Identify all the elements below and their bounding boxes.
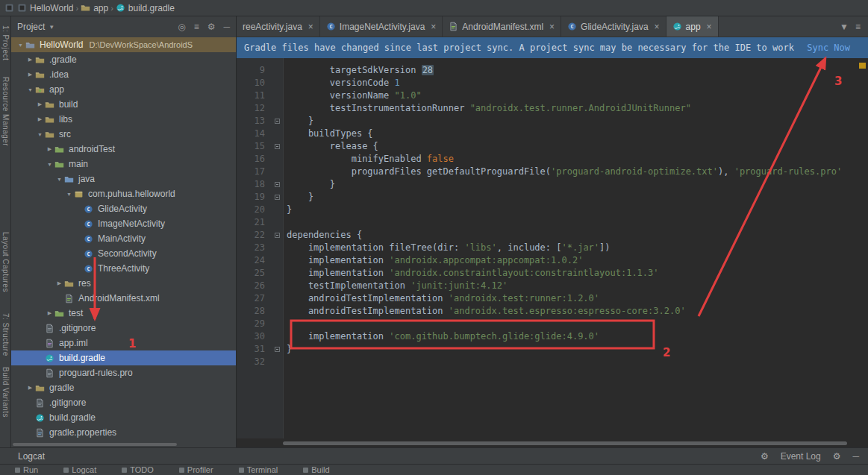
tab-reeactivity-java[interactable]: reeActivity.java× xyxy=(237,16,320,37)
tree-item-build-gradle[interactable]: build.gradle xyxy=(11,410,236,425)
sync-now-link[interactable]: Sync Now xyxy=(807,43,850,53)
tool-window-button-7-structure[interactable]: 7: Structure xyxy=(1,313,10,356)
tab-list-icon[interactable]: ≡ xyxy=(855,22,861,32)
tool-window-button-todo[interactable]: TODO xyxy=(122,465,154,474)
chevron-expanded-icon[interactable]: ▼ xyxy=(45,162,54,167)
fold-marker-icon[interactable] xyxy=(271,343,284,356)
collapse-all-icon[interactable]: ≡ xyxy=(194,22,199,32)
settings-icon[interactable]: ⚙ xyxy=(833,451,841,462)
tab-imagenetactivity-java[interactable]: CImageNetActivity.java× xyxy=(320,16,443,37)
project-tree-scrollbar[interactable] xyxy=(11,441,236,447)
tree-item-java[interactable]: ▼java xyxy=(11,172,236,186)
scrollbar-thumb[interactable] xyxy=(283,441,847,445)
breadcrumb-item-build-gradle[interactable]: build.gradle xyxy=(116,3,175,13)
editor-hscrollbar[interactable] xyxy=(237,438,868,447)
tree-item-build[interactable]: ▶build xyxy=(11,97,236,112)
tree-item-main[interactable]: ▼main xyxy=(11,157,236,172)
code-editor[interactable]: 9 targetSdkVersion 2810 versionCode 111 … xyxy=(237,58,868,438)
chevron-collapsed-icon[interactable]: ▶ xyxy=(25,57,35,63)
gradle-sync-banner: Gradle files have changed since last pro… xyxy=(237,37,868,58)
settings-icon[interactable]: ⚙ xyxy=(207,22,216,32)
project-panel-header: Project ▼ ◎ ≡ ⚙ ─ xyxy=(11,16,236,37)
tool-window-button-terminal[interactable]: Terminal xyxy=(239,465,278,474)
tree-item-androidtest[interactable]: ▶androidTest xyxy=(11,142,236,157)
tree-item-test[interactable]: ▶test xyxy=(11,306,236,321)
tool-window-button-logcat[interactable]: Logcat xyxy=(63,465,96,474)
tree-item-gradle-properties[interactable]: gradle.properties xyxy=(11,425,236,440)
class-icon: C xyxy=(84,264,96,274)
chevron-collapsed-icon[interactable]: ▶ xyxy=(35,101,45,107)
close-icon[interactable]: × xyxy=(431,22,436,32)
tree-item-idea[interactable]: ▶.idea xyxy=(11,67,236,82)
tool-window-button-1-project[interactable]: 1: Project xyxy=(1,25,10,60)
logcat-label[interactable]: Logcat xyxy=(18,451,45,462)
chevron-expanded-icon[interactable]: ▼ xyxy=(35,132,45,137)
tab-glideactivity-java[interactable]: CGlideActivity.java× xyxy=(561,16,666,37)
scrollbar-thumb[interactable] xyxy=(13,443,177,446)
chevron-collapsed-icon[interactable]: ▶ xyxy=(35,116,45,122)
tree-item-gradle[interactable]: ▶.gradle xyxy=(11,52,236,67)
tree-item-threeactivity[interactable]: CThreeActivity xyxy=(11,261,236,276)
chevron-collapsed-icon[interactable]: ▶ xyxy=(45,310,54,316)
chevron-expanded-icon[interactable]: ▼ xyxy=(64,192,74,197)
hide-panel-icon[interactable]: ─ xyxy=(223,22,230,32)
close-icon[interactable]: × xyxy=(308,22,313,32)
chevron-collapsed-icon[interactable]: ▶ xyxy=(25,72,35,78)
fold-marker-icon[interactable] xyxy=(271,229,284,242)
close-icon[interactable]: × xyxy=(655,22,660,32)
tree-item-libs[interactable]: ▶libs xyxy=(11,112,236,127)
breadcrumb: HelloWorld›app›build.gradle xyxy=(17,3,175,13)
tree-item-src[interactable]: ▼src xyxy=(11,127,236,142)
close-icon[interactable]: × xyxy=(707,22,712,32)
fold-marker-icon[interactable] xyxy=(271,115,284,128)
chevron-expanded-icon[interactable]: ▼ xyxy=(16,43,25,48)
tree-item-secondactivity[interactable]: CSecondActivity xyxy=(11,246,236,261)
tree-item-app-iml[interactable]: app.iml xyxy=(11,336,236,350)
breadcrumb-item-app[interactable]: app xyxy=(81,3,108,13)
tab-app[interactable]: app× xyxy=(666,16,719,37)
fold-marker-icon[interactable] xyxy=(271,178,284,191)
tool-window-button-build[interactable]: Build xyxy=(303,465,329,474)
tree-item-res[interactable]: ▶res xyxy=(11,276,236,291)
tree-item-gitignore[interactable]: .gitignore xyxy=(11,321,236,336)
tab-androidmanifest-xml[interactable]: AndroidManifest.xml× xyxy=(443,16,561,37)
chevron-collapsed-icon[interactable]: ▶ xyxy=(54,280,64,286)
tool-window-button-resource-manager[interactable]: Resource Manager xyxy=(1,77,10,146)
tree-item-gradle[interactable]: ▶gradle xyxy=(11,380,236,395)
tree-item-androidmanifest-xml[interactable]: AndroidManifest.xml xyxy=(11,291,236,306)
tree-item-imagenetactivity[interactable]: CImageNetActivity xyxy=(11,216,236,231)
tool-window-button-profiler[interactable]: Profiler xyxy=(179,465,213,474)
breadcrumb-item-helloworld[interactable]: HelloWorld xyxy=(17,3,73,13)
project-view-selector[interactable]: Project ▼ xyxy=(17,22,54,32)
tree-item-proguard-rules-pro[interactable]: proguard-rules.pro xyxy=(11,365,236,380)
tree-item-mainactivity[interactable]: CMainActivity xyxy=(11,231,236,246)
line-number: 26 xyxy=(237,280,271,292)
close-icon[interactable]: × xyxy=(549,22,555,32)
fold-gutter xyxy=(271,166,284,178)
tree-item-app[interactable]: ▼app xyxy=(11,82,236,97)
event-log-button[interactable]: Event Log xyxy=(781,451,821,462)
tab-dropdown-icon[interactable]: ▼ xyxy=(840,22,849,32)
chevron-expanded-icon[interactable]: ▼ xyxy=(54,177,64,182)
left-tool-strip: 1: ProjectResource ManagerLayout Capture… xyxy=(0,16,11,447)
tool-window-button-run[interactable]: Run xyxy=(15,465,38,474)
line-number: 11 xyxy=(237,89,271,102)
tree-item-gitignore[interactable]: .gitignore xyxy=(11,395,236,410)
fold-marker-icon[interactable] xyxy=(271,140,284,153)
chevron-expanded-icon[interactable]: ▼ xyxy=(25,87,35,92)
error-stripe-mark[interactable] xyxy=(859,63,866,69)
tree-item-glideactivity[interactable]: CGlideActivity xyxy=(11,201,236,216)
chevron-collapsed-icon[interactable]: ▶ xyxy=(45,146,54,152)
hide-icon[interactable]: ─ xyxy=(852,451,859,462)
tool-window-button-build-variants[interactable]: Build Variants xyxy=(1,367,10,418)
tree-item-build-gradle[interactable]: build.gradle xyxy=(11,350,236,365)
locate-file-icon[interactable]: ◎ xyxy=(178,22,185,32)
chevron-collapsed-icon[interactable]: ▶ xyxy=(25,385,35,391)
settings-icon[interactable]: ⚙ xyxy=(761,451,769,462)
tree-item-helloworld[interactable]: ▼HelloWorldD:\DevWorkSpace\AndroidS xyxy=(11,37,236,52)
fold-gutter xyxy=(271,216,284,229)
tree-item-com-puhua-helloworld[interactable]: ▼com.puhua.helloworld xyxy=(11,186,236,201)
code-line-24: 24 implementation 'androidx.appcompat:ap… xyxy=(237,254,868,267)
tool-window-button-layout-captures[interactable]: Layout Captures xyxy=(1,232,10,292)
fold-marker-icon[interactable] xyxy=(271,191,284,204)
